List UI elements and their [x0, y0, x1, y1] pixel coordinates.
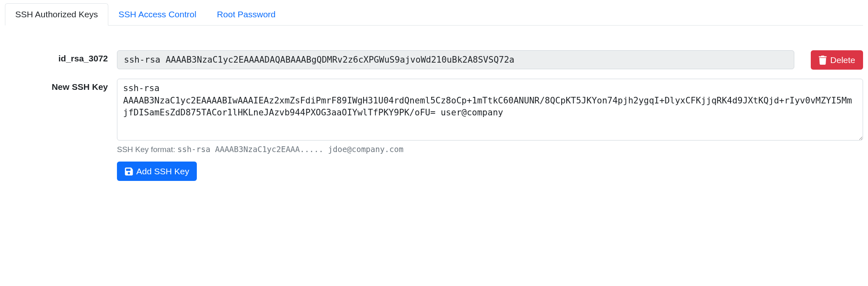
- tab-ssh-authorized-keys[interactable]: SSH Authorized Keys: [5, 3, 108, 26]
- new-key-label: New SSH Key: [5, 79, 108, 92]
- existing-key-label: id_rsa_3072: [5, 50, 108, 63]
- save-icon: [125, 167, 133, 176]
- delete-key-button[interactable]: Delete: [811, 50, 863, 70]
- tab-ssh-access-control[interactable]: SSH Access Control: [108, 3, 207, 26]
- new-key-textarea[interactable]: [117, 79, 863, 141]
- tab-root-password[interactable]: Root Password: [207, 3, 286, 26]
- existing-key-value: ssh-rsa AAAAB3NzaC1yc2EAAAADAQABAAABgQDM…: [117, 50, 794, 69]
- new-key-row: New SSH Key SSH Key format: ssh-rsa AAAA…: [5, 79, 863, 181]
- existing-key-row: id_rsa_3072 ssh-rsa AAAAB3NzaC1yc2EAAAAD…: [5, 50, 863, 70]
- tabs-container: SSH Authorized Keys SSH Access Control R…: [5, 3, 863, 26]
- add-ssh-key-button[interactable]: Add SSH Key: [117, 162, 197, 181]
- tab-content: id_rsa_3072 ssh-rsa AAAAB3NzaC1yc2EAAAAD…: [5, 26, 863, 181]
- trash-icon: [819, 56, 827, 65]
- delete-key-label: Delete: [830, 55, 855, 65]
- add-ssh-key-label: Add SSH Key: [136, 166, 189, 176]
- key-format-hint: SSH Key format: ssh-rsa AAAAB3NzaC1yc2EA…: [117, 145, 863, 154]
